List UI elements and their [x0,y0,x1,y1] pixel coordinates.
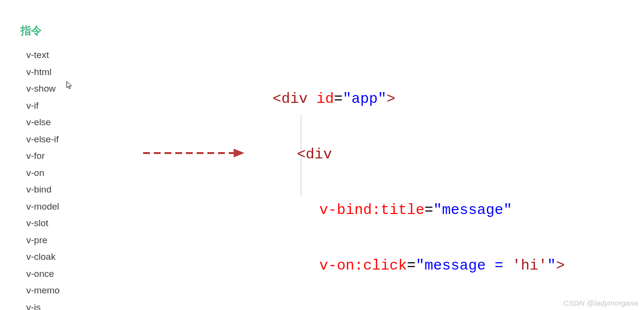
sidebar-item-v-cloak[interactable]: v-cloak [26,249,60,266]
sidebar-item-v-else[interactable]: v-else [26,114,60,131]
sidebar-item-v-for[interactable]: v-for [26,148,60,165]
sidebar-item-v-is[interactable]: v-is [26,299,60,310]
code-line-2: <div [273,141,565,169]
svg-marker-1 [234,149,244,157]
sidebar-item-v-model[interactable]: v-model [26,198,60,215]
dashed-arrow-icon [142,148,244,158]
sidebar-item-v-memo[interactable]: v-memo [26,282,60,299]
sidebar-item-v-slot[interactable]: v-slot [26,215,60,232]
sidebar-item-v-html[interactable]: v-html [26,64,60,81]
sidebar-item-v-once[interactable]: v-once [26,266,60,283]
code-line-4: v-on:click="message = 'hi'"> [273,252,565,280]
sidebar-item-v-if[interactable]: v-if [26,97,60,115]
code-line-1: <div id="app"> [273,85,565,113]
code-example: <div id="app"> <div v-bind:title="messag… [273,58,565,310]
sidebar-title: 指令 [20,23,60,38]
sidebar-item-v-show[interactable]: v-show [26,80,60,97]
sidebar-item-v-pre[interactable]: v-pre [26,232,60,249]
sidebar-item-v-text[interactable]: v-text [26,47,60,64]
watermark-text: CSDN @ladymorgana [563,299,638,307]
mouse-cursor-icon [66,81,73,90]
sidebar-item-v-on[interactable]: v-on [26,165,60,182]
sidebar-item-v-else-if[interactable]: v-else-if [26,131,60,148]
directive-sidebar: 指令 v-text v-html v-show v-if v-else v-el… [20,23,60,310]
directive-list: v-text v-html v-show v-if v-else v-else-… [20,47,60,310]
code-line-3: v-bind:title="message" [273,196,565,224]
sidebar-item-v-bind[interactable]: v-bind [26,181,60,198]
code-line-5: 这是一个块 [273,308,565,310]
